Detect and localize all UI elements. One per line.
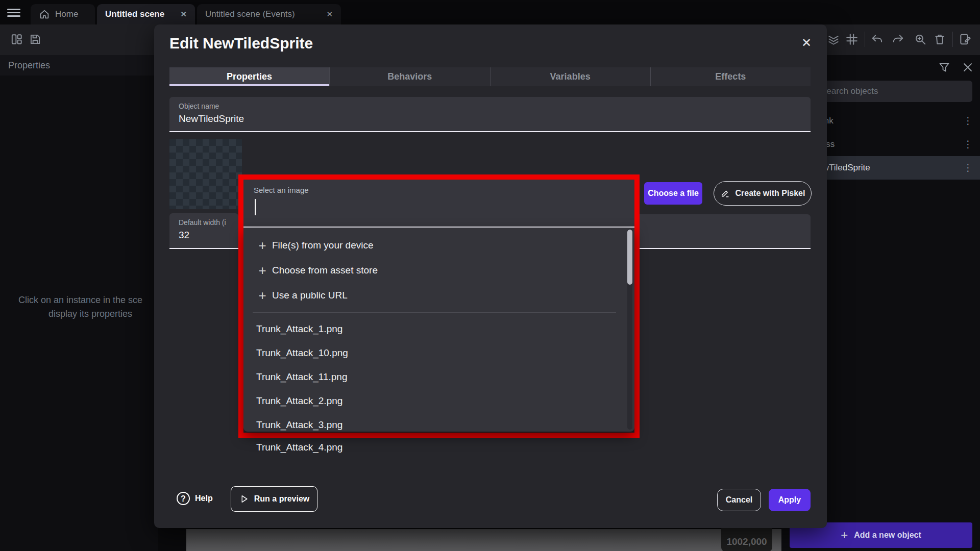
choose-a-file-label: Choose a file [648, 189, 699, 198]
kebab-menu-icon[interactable]: ⋮ [963, 164, 973, 171]
save-icon[interactable] [29, 33, 42, 46]
dropdown-divider [253, 312, 616, 313]
tab-untitled-scene-events[interactable]: Untitled scene (Events) ✕ [197, 4, 341, 24]
object-name-field-value: NewTiledSprite [179, 113, 244, 124]
select-an-image-field[interactable]: Select an image [243, 180, 634, 228]
plus-icon: + [253, 238, 272, 254]
apply-button[interactable]: Apply [769, 489, 811, 511]
toolbar-divider [952, 32, 953, 47]
default-width-value: 32 [179, 230, 189, 241]
dropdown-scrollbar-thumb[interactable] [627, 230, 632, 285]
object-name-field[interactable]: Object name NewTiledSprite [169, 97, 811, 132]
properties-panel: Properties Click on an instance in the s… [0, 55, 158, 551]
file-name: Trunk_Attack_2.png [256, 395, 342, 407]
dropdown-file-item[interactable]: Trunk_Attack_4.png [243, 436, 621, 459]
top-bar: Home Untitled scene ✕ Untitled scene (Ev… [0, 0, 980, 24]
home-icon [39, 9, 50, 20]
search-objects-input[interactable] [814, 81, 972, 102]
image-dropdown-list: + File(s) from your device + Choose from… [243, 228, 634, 432]
cancel-label: Cancel [726, 495, 752, 505]
file-name: Trunk_Attack_3.png [256, 419, 342, 431]
dropdown-file-item[interactable]: Trunk_Attack_11.png [243, 365, 621, 389]
file-name: Trunk_Attack_11.png [256, 371, 348, 383]
dialog-close-icon[interactable]: ✕ [801, 36, 812, 50]
object-name-field-label: Object name [179, 102, 219, 110]
dropdown-option-public-url[interactable]: + Use a public URL [243, 284, 621, 307]
edit-object-dialog: Edit NewTiledSprite ✕ Properties Behavio… [154, 24, 827, 528]
trash-icon[interactable] [933, 33, 946, 46]
hamburger-menu-icon[interactable] [7, 9, 20, 17]
sprite-transparent-thumbnail [169, 139, 242, 209]
text-cursor [255, 199, 256, 215]
dropdown-option-files-from-device[interactable]: + File(s) from your device [243, 234, 621, 257]
tab-variables[interactable]: Variables [490, 67, 650, 86]
file-name: Trunk_Attack_1.png [256, 323, 342, 335]
empty-selection-message-line1: Click on an instance in the sce [18, 295, 142, 306]
edit-events-icon[interactable] [959, 33, 972, 46]
dropdown-option-label: File(s) from your device [272, 240, 374, 251]
dropdown-file-item[interactable]: Trunk_Attack_3.png [243, 413, 621, 437]
cancel-button[interactable]: Cancel [717, 489, 761, 511]
pencil-icon [720, 188, 730, 198]
kebab-menu-icon[interactable]: ⋮ [963, 141, 973, 148]
file-name: Trunk_Attack_10.png [256, 347, 348, 359]
layers-icon[interactable] [827, 33, 840, 46]
dialog-title: Edit NewTiledSprite [169, 35, 313, 52]
tab-home[interactable]: Home [31, 4, 95, 24]
dialog-tab-bar: Properties Behaviors Variables Effects [169, 67, 811, 86]
dropdown-file-item[interactable]: Trunk_Attack_10.png [243, 341, 621, 365]
help-label: Help [195, 494, 213, 503]
toolbar-divider [865, 32, 865, 47]
close-scene-tab-icon[interactable]: ✕ [180, 10, 187, 19]
question-icon: ? [177, 492, 190, 505]
tab-behaviors[interactable]: Behaviors [329, 67, 489, 86]
panel-layout-icon[interactable] [10, 33, 23, 46]
apply-label: Apply [778, 495, 801, 505]
cursor-coordinates-badge: 1002,000 [721, 525, 772, 551]
plus-icon: + [841, 528, 848, 542]
redo-icon[interactable] [891, 33, 904, 46]
tab-scene-label: Untitled scene [105, 9, 164, 19]
tab-effects[interactable]: Effects [650, 67, 811, 86]
help-button[interactable]: ? Help [177, 492, 213, 505]
choose-a-file-button[interactable]: Choose a file [644, 182, 702, 205]
tab-events-label: Untitled scene (Events) [205, 9, 295, 19]
scene-canvas[interactable] [186, 529, 781, 551]
run-preview-label: Run a preview [254, 494, 309, 504]
tab-untitled-scene[interactable]: Untitled scene ✕ [97, 4, 195, 24]
grid-icon[interactable] [845, 33, 859, 46]
add-object-label: Add a new object [854, 531, 921, 540]
plus-icon: + [253, 263, 272, 279]
properties-panel-title: Properties [0, 55, 158, 76]
undo-icon[interactable] [871, 33, 884, 46]
empty-selection-message-line2: display its properties [48, 309, 132, 319]
create-with-piskel-button[interactable]: Create with Piskel [714, 181, 812, 206]
select-an-image-label: Select an image [254, 186, 309, 194]
zoom-in-icon[interactable] [914, 33, 927, 46]
close-panel-icon[interactable] [962, 61, 974, 73]
dropdown-option-label: Use a public URL [272, 290, 348, 301]
dropdown-file-item[interactable]: Trunk_Attack_1.png [243, 317, 621, 341]
create-with-piskel-label: Create with Piskel [736, 189, 805, 198]
kebab-menu-icon[interactable]: ⋮ [963, 117, 973, 124]
filter-icon[interactable] [938, 61, 950, 73]
default-width-label: Default width (i [179, 218, 226, 227]
close-events-tab-icon[interactable]: ✕ [326, 10, 333, 19]
run-a-preview-button[interactable]: Run a preview [231, 486, 317, 512]
tab-properties[interactable]: Properties [169, 67, 329, 86]
dropdown-option-label: Choose from asset store [272, 265, 378, 276]
play-icon [239, 494, 249, 504]
plus-icon: + [253, 288, 272, 304]
file-name: Trunk_Attack_4.png [256, 442, 342, 453]
dropdown-file-item[interactable]: Trunk_Attack_2.png [243, 389, 621, 413]
dropdown-option-asset-store[interactable]: + Choose from asset store [243, 259, 621, 282]
default-width-field[interactable]: Default width (i 32 [169, 213, 238, 249]
tab-home-label: Home [55, 9, 78, 19]
